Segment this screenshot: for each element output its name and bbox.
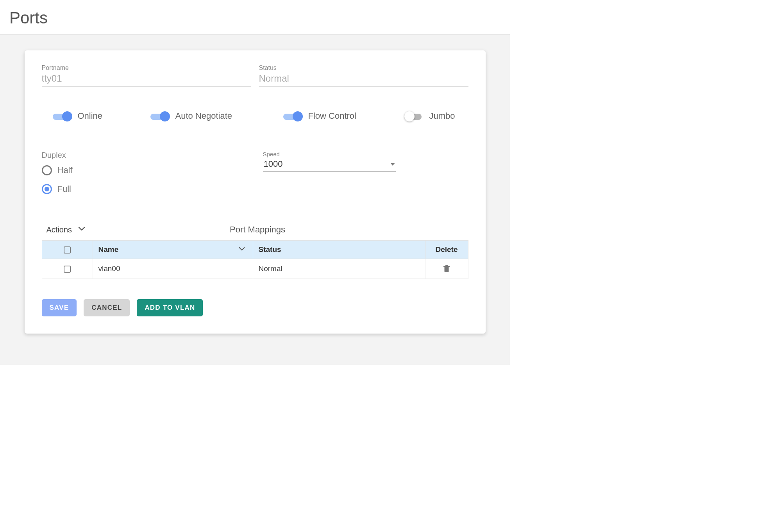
speed-value: 1000 bbox=[264, 159, 283, 169]
flow-control-toggle[interactable] bbox=[283, 112, 303, 120]
save-button[interactable]: SAVE bbox=[42, 299, 77, 316]
port-mappings-table: Name Status Delete bbox=[42, 240, 468, 279]
actions-menu-label: Actions bbox=[46, 225, 72, 234]
auto-negotiate-toggle[interactable] bbox=[150, 112, 170, 120]
table-header-name-label: Name bbox=[98, 245, 119, 254]
table-header-name[interactable]: Name bbox=[93, 241, 253, 259]
online-toggle[interactable] bbox=[53, 112, 72, 120]
duplex-label: Duplex bbox=[42, 151, 247, 160]
table-header-delete: Delete bbox=[425, 241, 468, 259]
row-name: vlan00 bbox=[93, 259, 253, 279]
auto-negotiate-toggle-label: Auto Negotiate bbox=[175, 111, 232, 121]
select-all-checkbox[interactable] bbox=[64, 246, 71, 254]
row-status: Normal bbox=[253, 259, 425, 279]
row-checkbox[interactable] bbox=[64, 266, 71, 273]
actions-menu[interactable]: Actions bbox=[42, 225, 86, 234]
radio-icon bbox=[42, 184, 52, 194]
cancel-button[interactable]: CANCEL bbox=[84, 299, 130, 316]
trash-icon[interactable] bbox=[431, 265, 463, 273]
online-toggle-label: Online bbox=[78, 111, 103, 121]
duplex-full-label: Full bbox=[57, 184, 71, 194]
caret-down-icon bbox=[390, 163, 395, 166]
page-title: Ports bbox=[9, 9, 510, 27]
chevron-down-icon bbox=[78, 227, 85, 231]
status-label: Status bbox=[259, 64, 468, 71]
jumbo-toggle-label: Jumbo bbox=[429, 111, 455, 121]
table-header-status: Status bbox=[253, 241, 425, 259]
jumbo-toggle[interactable] bbox=[404, 112, 424, 120]
speed-select[interactable]: 1000 bbox=[263, 157, 396, 172]
add-to-vlan-button[interactable]: ADD TO VLAN bbox=[137, 299, 203, 316]
body-area: Portname Status Normal Online bbox=[0, 35, 510, 365]
duplex-half-option[interactable]: Half bbox=[42, 165, 247, 175]
svg-rect-0 bbox=[445, 267, 449, 272]
port-settings-card: Portname Status Normal Online bbox=[25, 50, 486, 334]
speed-label: Speed bbox=[263, 151, 468, 157]
svg-rect-2 bbox=[445, 265, 448, 266]
portname-input[interactable] bbox=[42, 72, 251, 87]
flow-control-toggle-label: Flow Control bbox=[308, 111, 356, 121]
table-header-checkbox bbox=[42, 241, 93, 259]
radio-icon bbox=[42, 165, 52, 175]
port-mappings-title: Port Mappings bbox=[230, 225, 285, 235]
chevron-down-icon bbox=[239, 247, 245, 251]
duplex-half-label: Half bbox=[57, 165, 73, 175]
table-row: vlan00 Normal bbox=[42, 259, 468, 279]
duplex-full-option[interactable]: Full bbox=[42, 184, 247, 194]
status-value: Normal bbox=[259, 72, 468, 87]
portname-label: Portname bbox=[42, 64, 251, 71]
